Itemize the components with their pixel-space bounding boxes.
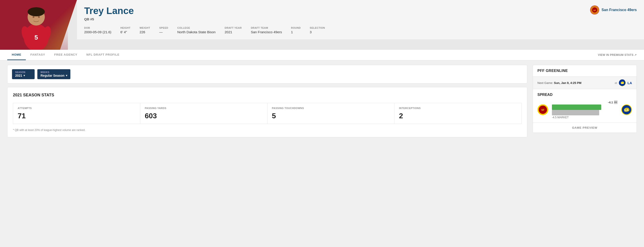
stats-note: * QB with at least 20% of league-highest… <box>13 128 522 132</box>
team-logo: SF <box>590 6 599 14</box>
tab-fantasy[interactable]: FANTASY <box>26 50 50 60</box>
player-meta: DOB 2000-05-09 (21.6) HEIGHT 6' 4" WEIGH… <box>84 26 637 34</box>
weight-field: WEIGHT 226 <box>140 26 150 34</box>
next-game-text: Next Game: Sun, Jan 9, 4:25 PM <box>538 81 581 84</box>
svg-point-4 <box>38 16 40 18</box>
svg-point-2 <box>28 7 45 16</box>
season-controls: SEASON 2021 WEEKS Regular Season <box>7 65 527 84</box>
stats-grid: ATTEMPTS 71 PASSING YARDS 603 PASSING TO… <box>13 103 522 124</box>
passing-yards-stat: PASSING YARDS 603 <box>140 103 267 124</box>
tab-free-agency[interactable]: FREE AGENCY <box>50 50 82 60</box>
stats-card-title: 2021 SEASON STATS <box>13 93 522 98</box>
svg-text:LA: LA <box>621 82 624 84</box>
spread-section: SPREAD SF -4.1 PFF <box>533 89 636 122</box>
season-dropdown[interactable]: SEASON 2021 <box>12 69 34 79</box>
passing-tds-stat: PASSING TOUCHDOWNS 5 <box>268 103 394 124</box>
svg-point-3 <box>32 16 34 18</box>
spread-title: SPREAD <box>538 93 632 97</box>
speed-field: SPEED — <box>159 26 168 34</box>
pff-spread-value: -4.1 PFF <box>552 100 618 104</box>
svg-text:5: 5 <box>34 34 38 41</box>
premium-stats-link[interactable]: VIEW IN PREMIUM STATS <box>598 54 637 56</box>
market-bar <box>552 110 599 115</box>
pff-bar <box>552 104 601 110</box>
next-game-row: Next Game: Sun, Jan 9, 4:25 PM at LA LA <box>533 77 636 89</box>
draft-team-field: DRAFT TEAM San Francisco 49ers <box>251 26 282 34</box>
team-name: San Francisco 49ers <box>602 8 637 12</box>
tab-nfl-draft-profile[interactable]: NFL DRAFT PROFILE <box>82 50 124 60</box>
height-field: HEIGHT 6' 4" <box>120 26 130 34</box>
pff-badge: PFF <box>614 100 618 104</box>
dob-field: DOB 2000-05-09 (21.6) <box>84 26 111 34</box>
player-name: Trey Lance <box>84 6 637 16</box>
sf-team-logo: SF <box>538 104 548 115</box>
opponent-badge: at LA LA <box>614 80 632 86</box>
tab-home[interactable]: HOME <box>7 50 26 60</box>
nav-tabs: HOME FANTASY FREE AGENCY NFL DRAFT PROFI… <box>7 50 124 60</box>
market-spread-value: -4.5 MARKET <box>552 116 618 119</box>
right-panel: PFF GREENLINE Next Game: Sun, Jan 9, 4:2… <box>533 65 637 137</box>
draft-year-field: DRAFT YEAR 2021 <box>225 26 242 34</box>
player-info: Trey Lance QB #5 DOB 2000-05-09 (21.6) H… <box>77 0 644 39</box>
greenline-card: PFF GREENLINE Next Game: Sun, Jan 9, 4:2… <box>533 65 637 133</box>
greenline-title: PFF GREENLINE <box>533 65 636 77</box>
round-field: ROUND 1 <box>291 26 301 34</box>
player-image-wrap: 5 <box>0 0 77 50</box>
game-preview-button[interactable]: GAME PREVIEW <box>533 122 636 132</box>
spread-chart: SF -4.1 PFF -4.5 MARKET <box>538 100 632 119</box>
rams-team-logo: LA <box>621 104 632 115</box>
selection-field: SELECTION 3 <box>310 26 325 34</box>
attempts-stat: ATTEMPTS 71 <box>13 103 140 124</box>
player-position: QB #5 <box>84 17 637 21</box>
svg-text:SF: SF <box>594 9 596 12</box>
player-silhouette: 5 <box>14 2 59 50</box>
player-image: 5 <box>4 2 68 50</box>
weeks-dropdown[interactable]: WEEKS Regular Season <box>37 69 70 79</box>
hero-section: 5 Trey Lance QB #5 DOB 2000-05-09 (21.6)… <box>0 0 644 50</box>
team-badge: SF San Francisco 49ers <box>590 6 637 14</box>
college-field: COLLEGE North Dakota State Bison <box>177 26 216 34</box>
left-panel: SEASON 2021 WEEKS Regular Season 2021 SE… <box>7 65 527 137</box>
opponent-name: LA <box>628 81 632 85</box>
svg-text:LA: LA <box>624 108 628 112</box>
rams-logo: LA <box>619 80 626 86</box>
main-content: SEASON 2021 WEEKS Regular Season 2021 SE… <box>0 60 644 142</box>
interceptions-stat: INTERCEPTIONS 2 <box>394 103 521 124</box>
season-stats-card: 2021 SEASON STATS ATTEMPTS 71 PASSING YA… <box>7 87 527 137</box>
navigation-bar: HOME FANTASY FREE AGENCY NFL DRAFT PROFI… <box>0 50 644 60</box>
spread-bars: -4.1 PFF -4.5 MARKET <box>552 100 618 119</box>
svg-text:SF: SF <box>541 108 544 111</box>
